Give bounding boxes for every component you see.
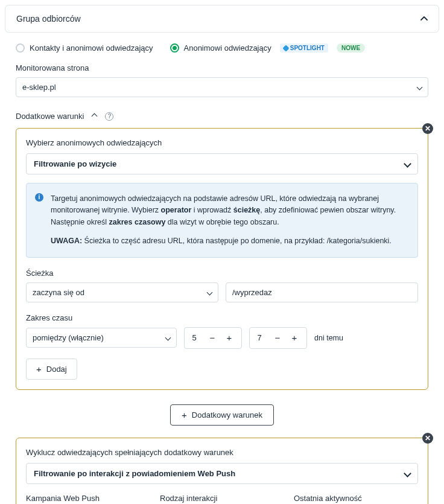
- radio-anon-only[interactable]: Anonimowi odwiedzający SPOTLIGHT NOWE: [170, 43, 366, 53]
- chevron-down-icon: [404, 160, 411, 168]
- path-label: Ścieżka: [26, 269, 418, 278]
- close-icon[interactable]: ✕: [422, 123, 433, 134]
- condition-include-box: ✕ Wybierz anonimowych odwiedzających Fil…: [16, 128, 428, 390]
- stepper-minus[interactable]: −: [269, 328, 286, 348]
- info-icon: i: [35, 193, 43, 202]
- campaign-label: Kampania Web Push: [26, 494, 150, 503]
- radio-label: Kontakty i anonimowi odwiedzający: [30, 43, 153, 53]
- time-range-label: Zakres czasu: [26, 313, 418, 322]
- close-icon[interactable]: ✕: [422, 433, 433, 444]
- select-value: zaczyna się od: [33, 288, 84, 297]
- select-value: Filtrowanie po interakcji z powiadomieni…: [34, 469, 235, 478]
- include-filter-select[interactable]: Filtrowanie po wizycie: [26, 153, 418, 174]
- time-from-input[interactable]: [185, 328, 204, 348]
- button-label: Dodaj: [46, 365, 67, 374]
- condition-exclude-box: ✕ Wyklucz odwiedzających spełniających d…: [16, 438, 428, 505]
- info-box: i Targetuj anonimowych odwiedzających na…: [26, 183, 418, 258]
- path-value-input[interactable]: [226, 282, 418, 302]
- time-to-stepper: − +: [249, 327, 307, 349]
- radio-icon: [170, 43, 179, 53]
- chevron-up-icon: [420, 15, 428, 22]
- stepper-plus[interactable]: +: [221, 328, 238, 348]
- info-text-2: UWAGA: Ścieżka to część adresu URL, któr…: [51, 235, 408, 247]
- chevron-down-icon: [165, 335, 171, 341]
- plus-icon: +: [182, 410, 187, 419]
- monitored-site-block: Monitorowana strona e-sklep.pl: [5, 63, 439, 97]
- collapse-toggle[interactable]: [92, 113, 98, 120]
- panel-title: Grupa odbiorców: [16, 14, 81, 24]
- radio-contacts-and-anon[interactable]: Kontakty i anonimowi odwiedzający: [16, 43, 153, 53]
- panel-header[interactable]: Grupa odbiorców: [5, 5, 439, 32]
- last-activity-label: Ostatnia aktywność: [294, 494, 418, 503]
- add-path-button[interactable]: + Dodaj: [26, 359, 77, 380]
- radio-icon: [16, 43, 25, 53]
- chevron-down-icon: [417, 85, 423, 91]
- exclude-title: Wyklucz odwiedzających spełniających dod…: [26, 448, 418, 457]
- exclude-filter-select[interactable]: Filtrowanie po interakcji z powiadomieni…: [26, 463, 418, 484]
- spotlight-badge: SPOTLIGHT: [280, 43, 328, 53]
- include-title: Wybierz anonimowych odwiedzających: [26, 138, 418, 147]
- time-operator-select[interactable]: pomiędzy (włącznie): [26, 328, 177, 348]
- stepper-minus[interactable]: −: [204, 328, 221, 348]
- chevron-down-icon: [207, 289, 213, 295]
- time-to-input[interactable]: [250, 328, 269, 348]
- monitored-site-label: Monitorowana strona: [16, 63, 428, 72]
- chevron-down-icon: [404, 470, 411, 477]
- path-operator-select[interactable]: zaczyna się od: [26, 282, 218, 302]
- additional-conditions-header: Dodatkowe warunki ?: [16, 112, 439, 121]
- select-value: pomiędzy (włącznie): [33, 333, 104, 342]
- add-condition-button[interactable]: + Dodatkowy warunek: [170, 404, 274, 426]
- stepper-plus[interactable]: +: [286, 328, 303, 348]
- radio-label: Anonimowi odwiedzający: [184, 43, 271, 53]
- button-label: Dodatkowy warunek: [192, 410, 262, 419]
- monitored-site-select[interactable]: e-sklep.pl: [16, 77, 428, 97]
- help-icon[interactable]: ?: [105, 112, 113, 121]
- audience-panel: Grupa odbiorców: [5, 5, 439, 33]
- new-badge: NOWE: [337, 43, 365, 53]
- time-from-stepper: − +: [184, 327, 242, 349]
- plus-icon: +: [36, 365, 42, 374]
- info-text-1: Targetuj anonimowych odwiedzających na p…: [51, 193, 408, 228]
- time-unit-label: dni temu: [314, 334, 343, 342]
- select-value: Filtrowanie po wizycie: [34, 159, 116, 168]
- audience-type-radios: Kontakty i anonimowi odwiedzający Anonim…: [5, 43, 439, 53]
- interaction-type-label: Rodzaj interakcji: [160, 494, 284, 503]
- additional-conditions-label: Dodatkowe warunki: [16, 112, 84, 121]
- select-value: e-sklep.pl: [22, 83, 56, 92]
